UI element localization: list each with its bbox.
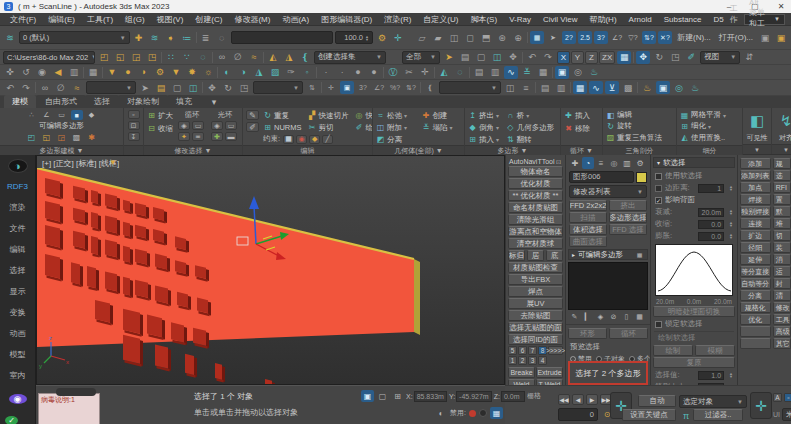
material-id-button[interactable]: 4: [538, 356, 547, 365]
ring-a-icon[interactable]: ◈: [211, 121, 223, 130]
project-folder-dropdown[interactable]: C:\Users\86-do Max 202▼: [3, 51, 95, 64]
material-id-button[interactable]: 2: [518, 356, 527, 365]
material-id-button[interactable]: 7: [528, 346, 537, 355]
container-g-icon[interactable]: ⊕: [511, 31, 525, 44]
link-dropdown[interactable]: ▼: [86, 81, 136, 94]
make-unique-icon[interactable]: ◈: [595, 312, 606, 322]
mirror-icon[interactable]: ◫: [503, 81, 517, 94]
menu-item[interactable]: 帮助(H): [583, 14, 622, 25]
menu-item[interactable]: 文件(F): [4, 14, 42, 25]
poly-tool-button-clipped[interactable]: 装: [773, 242, 791, 253]
toolbar-icon[interactable]: [535, 82, 536, 93]
visibility-button[interactable]: ◧ 可见性 ▼: [743, 108, 772, 154]
shaded-sphere-icon[interactable]: ◑: [236, 66, 250, 79]
spinner-snap-c-icon[interactable]: ⇅?: [404, 81, 418, 94]
layer-list-icon[interactable]: ≋: [148, 31, 162, 44]
stack-display-icon[interactable]: ▦: [635, 250, 644, 259]
camera-icon[interactable]: ◉: [35, 66, 49, 79]
shaded-face-toggle-button[interactable]: 明暗处理面切换: [653, 306, 735, 317]
menu-item[interactable]: 图形编辑器(D): [315, 14, 378, 25]
edit-tri-button[interactable]: ◧编辑: [606, 110, 673, 120]
displacement-button[interactable]: ◭使用置换..: [680, 133, 739, 143]
ribbon-tab[interactable]: 填充: [168, 95, 200, 108]
time-tag-icon[interactable]: ▦: [490, 407, 503, 419]
poly-tool-button[interactable]: 独别焊接: [740, 206, 771, 217]
autonavi-button[interactable]: 物体命名: [508, 166, 563, 177]
workspace-selector[interactable]: Alt 菜单和工具栏▼: [744, 14, 785, 25]
inset-button[interactable]: ⊞插入▾: [468, 134, 500, 145]
swift-loop-button[interactable]: ◎快速循环: [355, 110, 373, 121]
unlink2-icon[interactable]: ∅: [54, 81, 68, 94]
autonavi-button[interactable]: 优化材质: [508, 178, 563, 189]
toolbar-icon[interactable]: [217, 67, 218, 78]
selection-lock-icon[interactable]: ▢: [376, 390, 389, 402]
toolbar-icon[interactable]: [35, 82, 36, 93]
named-sets-icon[interactable]: ❴: [423, 81, 437, 94]
autonavi-button[interactable]: ** 优化材质 **: [508, 190, 563, 201]
redo-icon[interactable]: ↷: [541, 51, 555, 64]
poly-tool-button[interactable]: [740, 326, 771, 337]
selection-filter-dropdown[interactable]: 全部▼: [402, 51, 440, 64]
poly-tool-button-clipped[interactable]: RFI: [773, 182, 791, 193]
menu-item[interactable]: 自定义(U): [417, 14, 464, 25]
sidebar-item[interactable]: 选择: [9, 260, 25, 281]
modifier-list-dropdown[interactable]: 修改器列表▼: [569, 185, 647, 198]
selection-set-dropdown[interactable]: 创建选择集▼: [314, 51, 386, 64]
named-set-brace-icon[interactable]: ❴: [298, 51, 312, 64]
scene-explorer-icon[interactable]: ▤: [538, 81, 552, 94]
autonavi-button[interactable]: 选择无贴图的面: [508, 322, 563, 333]
viewport-filter-funnel-icon[interactable]: ▼: [109, 158, 117, 167]
vertex-subobj-icon[interactable]: ∴: [26, 110, 38, 120]
poly-tool-button-clipped[interactable]: 选: [773, 170, 791, 181]
mini-toggle-icon[interactable]: ▫: [784, 393, 791, 402]
panel-footer[interactable]: 几何体(全部) ▼: [373, 145, 464, 155]
axis-constraint-button[interactable]: X: [557, 51, 570, 64]
undo2-icon[interactable]: ↶: [3, 81, 17, 94]
create-button[interactable]: ✚创建: [422, 110, 462, 121]
align-icon[interactable]: ≡: [519, 81, 533, 94]
viewport[interactable]: [+] [正交] [标准] [线框] ▼: [36, 155, 505, 385]
create-layer-icon[interactable]: ✚: [132, 31, 146, 44]
move2-icon[interactable]: ✥: [205, 81, 219, 94]
mode-a-icon[interactable]: ◰: [26, 132, 38, 142]
autonavi-button[interactable]: 游离点和空物体: [508, 226, 563, 237]
scale-icon[interactable]: ◳: [668, 51, 682, 64]
layer-explorer-icon[interactable]: ▥: [554, 81, 568, 94]
toolbar-icon[interactable]: [263, 52, 264, 63]
prev-frame-icon[interactable]: ◀: [572, 394, 584, 405]
toolbar-icon[interactable]: [383, 67, 384, 78]
folder-c-icon[interactable]: ◲: [129, 51, 143, 64]
opacity-spinner[interactable]: 100.0▲▼: [335, 31, 373, 44]
auto-key-button[interactable]: 自动: [638, 395, 676, 407]
menu-item[interactable]: 创建(C): [189, 14, 228, 25]
z-coordinate-field[interactable]: 0.0m: [501, 391, 525, 402]
autonavi-button[interactable]: 导出FBX: [508, 274, 563, 285]
panel-footer[interactable]: 多边形建模 ▼: [0, 145, 123, 155]
toolbar-icon[interactable]: [321, 82, 322, 93]
repeat-button[interactable]: ↻重复: [263, 110, 304, 121]
paint-button[interactable]: 绘制: [653, 345, 693, 356]
mirror-axis-icon[interactable]: ⇵: [742, 51, 756, 64]
sidebar-item[interactable]: 动画: [9, 323, 25, 344]
poly-tool-button[interactable]: 分离: [740, 290, 771, 301]
pinch-field[interactable]: 0.0: [698, 220, 724, 229]
autonavi-button[interactable]: Breake: [508, 367, 535, 378]
material-id-button[interactable]: >>>>>: [548, 346, 563, 355]
poly-tool-button[interactable]: [740, 338, 771, 349]
lock-soft-selection-checkbox[interactable]: 锁定软选择: [651, 318, 737, 330]
bevel-button[interactable]: ◆倒角▾: [468, 122, 500, 133]
quick-modifier-button[interactable]: 扫描: [569, 212, 607, 223]
container-f-icon[interactable]: ⊛: [495, 31, 509, 44]
lock-stack-icon[interactable]: ⊘: [608, 312, 619, 322]
poly-tool-button[interactable]: 焊接: [740, 194, 771, 205]
folder-b-icon[interactable]: ◱: [113, 51, 127, 64]
ribbon-toggle-icon[interactable]: ▦: [573, 81, 587, 94]
filters-button[interactable]: 过滤器..: [693, 409, 743, 421]
sidebar-item[interactable]: RDF3: [7, 176, 28, 197]
curve-editor-icon[interactable]: ∿: [504, 66, 518, 79]
container-b-icon[interactable]: ▰: [431, 31, 445, 44]
edge-distance-checkbox[interactable]: [655, 185, 662, 192]
menu-item[interactable]: Arnold: [623, 15, 658, 24]
paint-connect-button[interactable]: ✐绘制连接▾: [355, 122, 373, 133]
poly-tool-button-clipped[interactable]: 切: [773, 230, 791, 241]
